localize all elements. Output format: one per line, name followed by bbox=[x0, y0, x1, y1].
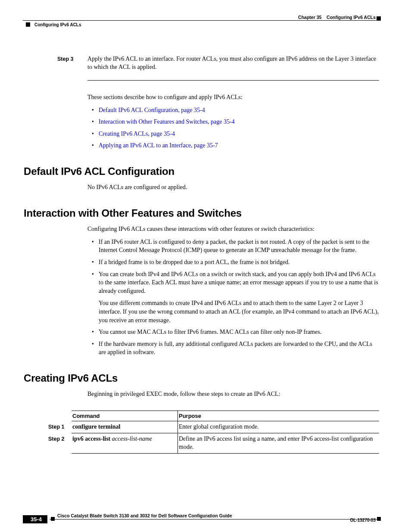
table-row: Step 2 ipv6 access-list access-list-name… bbox=[47, 433, 379, 453]
cross-ref-link[interactable]: Default IPv6 ACL Configuration, page 35-… bbox=[99, 107, 205, 113]
purpose-cell: Define an IPv6 access list using a name,… bbox=[178, 433, 380, 453]
section-body: No IPv6 ACLs are configured or applied. bbox=[87, 184, 379, 192]
table-row: Step 1 configure terminal Enter global c… bbox=[47, 421, 379, 433]
table-header-row: Command Purpose bbox=[47, 411, 379, 421]
section-intro: Configuring IPv6 ACLs causes these inter… bbox=[87, 225, 379, 233]
list-item: You can create both IPv4 and IPv6 ACLs o… bbox=[87, 270, 379, 325]
section-heading: Interaction with Other Features and Swit… bbox=[24, 207, 379, 219]
purpose-cell: Enter global configuration mode. bbox=[178, 421, 380, 433]
step-block: Step 3 Apply the IPv6 ACL to an interfac… bbox=[24, 55, 379, 72]
page-number-box: 35-4 bbox=[23, 515, 47, 523]
section-heading: Creating IPv6 ACLs bbox=[24, 372, 379, 384]
list-item: Interaction with Other Features and Swit… bbox=[87, 118, 379, 126]
command-keyword: configure terminal bbox=[72, 423, 120, 430]
page-content: Step 3 Apply the IPv6 ACL to an interfac… bbox=[0, 29, 411, 454]
list-item: Creating IPv6 ACLs, page 35-4 bbox=[87, 130, 379, 138]
command-table: Command Purpose Step 1 configure termina… bbox=[47, 411, 379, 454]
list-item: Default IPv6 ACL Configuration, page 35-… bbox=[87, 106, 379, 115]
intro-link-list: Default IPv6 ACL Configuration, page 35-… bbox=[87, 106, 379, 150]
purpose-header: Purpose bbox=[178, 411, 380, 421]
list-item: If an IPv6 router ACL is configured to d… bbox=[87, 238, 379, 255]
bullet-text: You cannot use MAC ACLs to filter IPv6 f… bbox=[99, 329, 321, 335]
bullet-text: You can create both IPv4 and IPv6 ACLs o… bbox=[99, 271, 378, 294]
header-square-icon bbox=[377, 16, 381, 21]
step-cell: Step 2 bbox=[47, 433, 72, 453]
command-cell: ipv6 access-list access-list-name bbox=[72, 433, 178, 453]
list-item: You cannot use MAC ACLs to filter IPv6 f… bbox=[87, 328, 379, 336]
footer-square-icon bbox=[51, 517, 55, 521]
footer-rule bbox=[50, 519, 379, 520]
section-intro: Beginning in privileged EXEC mode, follo… bbox=[87, 390, 379, 398]
command-keyword: ipv6 access-list bbox=[72, 436, 110, 442]
feature-bullet-list: If an IPv6 router ACL is configured to d… bbox=[87, 238, 379, 357]
command-table-wrap: Command Purpose Step 1 configure termina… bbox=[47, 411, 379, 454]
bullet-text: If an IPv6 router ACL is configured to d… bbox=[99, 239, 370, 254]
cross-ref-link[interactable]: Applying an IPv6 ACL to an Interface, pa… bbox=[99, 142, 218, 149]
list-item: Applying an IPv6 ACL to an Interface, pa… bbox=[87, 141, 379, 150]
list-item: If the hardware memory is full, any addi… bbox=[87, 340, 379, 357]
header-square-icon bbox=[26, 22, 30, 27]
footer-square-icon bbox=[377, 517, 381, 521]
cross-ref-link[interactable]: Interaction with Other Features and Swit… bbox=[99, 118, 235, 125]
list-item: If a bridged frame is to be dropped due … bbox=[87, 258, 379, 267]
cross-ref-link[interactable]: Creating IPv6 ACLs, page 35-4 bbox=[99, 131, 175, 137]
step-text: Apply the IPv6 ACL to an interface. For … bbox=[87, 55, 379, 72]
section-heading: Default IPv6 ACL Configuration bbox=[24, 165, 379, 177]
command-cell: configure terminal bbox=[72, 421, 178, 433]
header-chapter: Chapter 35 Configuring IPv6 ACLs bbox=[298, 15, 376, 20]
chapter-label: Chapter 35 bbox=[298, 15, 321, 20]
bullet-text: If a bridged frame is to be dropped due … bbox=[99, 259, 290, 265]
chapter-title: Configuring IPv6 ACLs bbox=[327, 15, 376, 20]
footer-guide-title: Cisco Catalyst Blade Switch 3130 and 303… bbox=[57, 513, 232, 518]
command-arg: access-list-name bbox=[110, 436, 152, 442]
page-header: Configuring IPv6 ACLs Chapter 35 Configu… bbox=[0, 0, 411, 29]
step-cell: Step 1 bbox=[47, 421, 72, 433]
header-rule bbox=[23, 20, 379, 21]
section-divider bbox=[87, 80, 379, 81]
intro-paragraph: These sections describe how to configure… bbox=[87, 93, 379, 102]
bullet-subtext: You use different commands to create IPv… bbox=[99, 299, 379, 324]
step-header-spacer bbox=[47, 411, 72, 421]
step-label: Step 3 bbox=[24, 55, 87, 72]
document-id: OL-13270-03 bbox=[350, 518, 376, 523]
header-breadcrumb: Configuring IPv6 ACLs bbox=[34, 22, 81, 27]
command-header: Command bbox=[72, 411, 178, 421]
bullet-text: If the hardware memory is full, any addi… bbox=[99, 341, 372, 356]
